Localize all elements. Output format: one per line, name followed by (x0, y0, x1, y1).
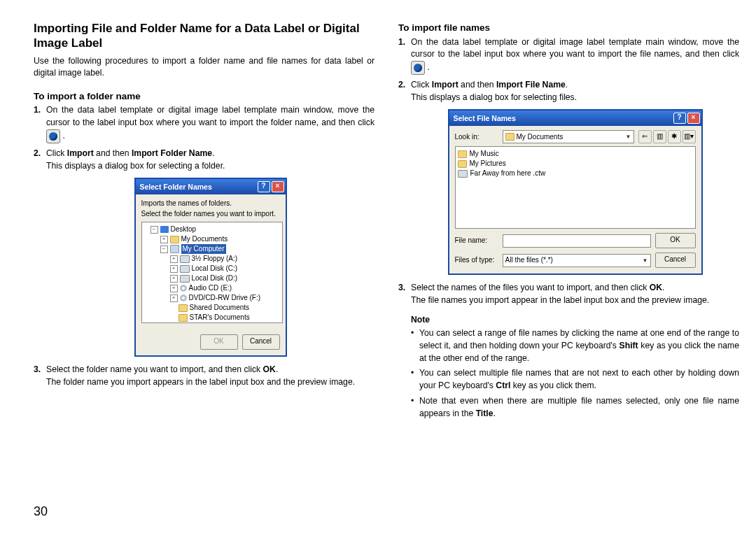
filetype-label: Files of type: (455, 255, 498, 266)
step-1: 1. On the data label template or digital… (34, 104, 374, 143)
left-column: Importing File and Folder Name for a Dat… (34, 21, 374, 422)
step-2: 2. Click Import and then Import Folder N… (34, 148, 374, 357)
lookin-dropdown[interactable]: My Documents ▼ (503, 130, 634, 143)
dialog-title: Select File Names (454, 113, 516, 124)
file-steps: 1. On the data label template or digital… (398, 36, 739, 307)
chevron-down-icon: ▼ (626, 133, 631, 141)
folder-steps: 1. On the data label template or digital… (34, 104, 374, 388)
manual-page: Importing File and Folder Name for a Dat… (0, 0, 756, 533)
note-2: You can select multiple file names that … (411, 367, 739, 392)
dialog-msg1: Imports the names of folders. (141, 199, 280, 209)
step-2: 2. Click Import and then Import File Nam… (398, 79, 739, 275)
folder-icon (458, 150, 467, 158)
filetype-dropdown[interactable]: All the files (*.*) ▼ (503, 254, 651, 267)
folder-icon (505, 133, 514, 141)
page-number: 30 (34, 502, 48, 520)
right-column: To import file names 1. On the data labe… (398, 21, 739, 422)
intro-text: Use the following procedures to import a… (34, 55, 374, 80)
cancel-button[interactable]: Cancel (655, 253, 696, 268)
lookin-label: Look in: (455, 132, 498, 143)
note-heading: Note (411, 314, 739, 327)
step-3: 3. Select the names of the files you wan… (398, 282, 739, 306)
notes-list: You can select a range of file names by … (411, 327, 739, 420)
help-button[interactable]: ? (258, 181, 270, 192)
file-icon (458, 170, 468, 178)
select-file-dialog: Select File Names ? × Look in: My Docume… (448, 109, 703, 275)
note-3: Note that even when there are multiple f… (411, 395, 739, 420)
subheading-files: To import file names (398, 21, 739, 35)
label-input-icon (46, 129, 60, 143)
dialog-msg2: Select the folder names you want to impo… (141, 209, 280, 220)
cancel-button[interactable]: Cancel (242, 334, 280, 350)
dialog-titlebar: Select Folder Names ? × (136, 179, 286, 194)
selected-node[interactable]: My Computer (181, 244, 226, 254)
select-folder-dialog: Select Folder Names ? × Imports the name… (134, 178, 287, 357)
close-button[interactable]: × (272, 181, 284, 192)
step-3: 3. Select the folder name you want to im… (34, 364, 374, 388)
folder-icon (458, 160, 467, 168)
filename-input[interactable] (503, 234, 651, 248)
close-button[interactable]: × (687, 113, 700, 124)
help-button[interactable]: ? (673, 113, 686, 124)
label-input-icon (411, 61, 425, 75)
folder-tree[interactable]: −Desktop +My Documents −My Computer +3½ … (141, 222, 283, 323)
back-icon[interactable]: ⇐ (638, 130, 652, 143)
up-icon[interactable]: ▥ (653, 130, 666, 143)
note-1: You can select a range of file names by … (411, 327, 739, 364)
ok-button[interactable]: OK (200, 334, 238, 350)
chevron-down-icon: ▼ (643, 257, 648, 265)
view-menu-icon[interactable]: ▥▾ (682, 130, 696, 143)
step-1: 1. On the data label template or digital… (398, 36, 739, 75)
subheading-folder: To import a folder name (34, 90, 374, 104)
ok-button[interactable]: OK (655, 233, 696, 248)
section-heading: Importing File and Folder Name for a Dat… (34, 21, 374, 51)
new-folder-icon[interactable]: ✱ (668, 130, 681, 143)
dialog-title: Select Folder Names (140, 182, 212, 192)
file-list[interactable]: My Music My Pictures Far Away from here … (455, 146, 696, 229)
dialog-titlebar: Select File Names ? × (449, 111, 701, 126)
filename-label: File name: (455, 236, 498, 246)
